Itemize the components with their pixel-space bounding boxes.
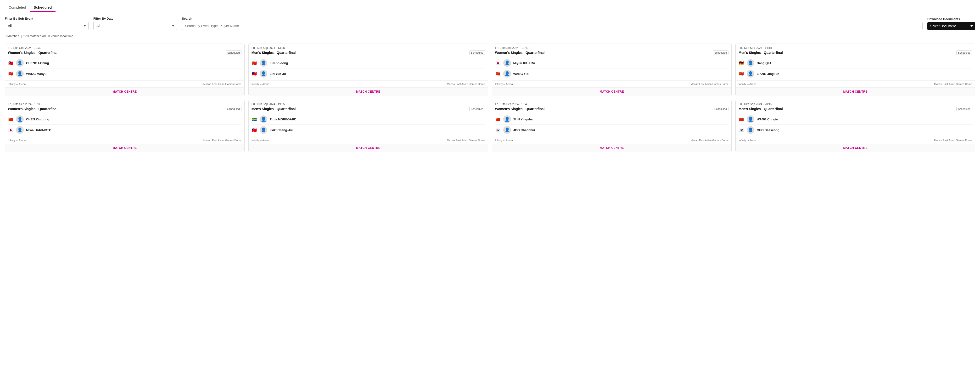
match-venue: Infinity ∞ Arena Macao East Asian Games … — [249, 137, 488, 143]
player-avatar: 👤 — [16, 115, 24, 123]
match-header: Fri, 13th Sep 2024 - 19:40 Women's Singl… — [492, 100, 732, 113]
match-footer: MATCH CENTRE — [736, 88, 975, 96]
venue-right: Macao East Asian Games Dome — [934, 83, 972, 86]
player-flag: 🇨🇳 — [495, 117, 501, 121]
match-datetime: Fri, 13th Sep 2024 - 13:05 — [251, 46, 485, 49]
player-row: 🇹🇼 👤 LIN Yun-Ju — [251, 68, 485, 79]
match-status: Scheduled — [956, 107, 972, 111]
player-row: 🇨🇳 👤 LIN Shidong — [251, 58, 485, 68]
matches-grid: Fri, 13th Sep 2024 - 12:30 Women's Singl… — [0, 40, 980, 156]
venue-note: * All matches are in venue local time — [24, 34, 73, 38]
player-flag: 🇨🇳 — [738, 117, 744, 121]
player-row: 🇩🇪 👤 Dang QIU — [738, 58, 972, 68]
venue-right: Macao East Asian Games Dome — [447, 83, 485, 86]
match-footer: MATCH CENTRE — [492, 143, 732, 152]
matches-info: 8 Matches | * All matches are in venue l… — [0, 32, 980, 40]
player-row: 🇨🇳 👤 LIANG Jingkun — [738, 68, 972, 79]
match-centre-button[interactable]: MATCH CENTRE — [113, 89, 137, 94]
match-venue: Infinity ∞ Arena Macao East Asian Games … — [736, 80, 975, 88]
match-centre-button[interactable]: MATCH CENTRE — [843, 89, 867, 94]
venue-left: Infinity ∞ Arena — [738, 83, 756, 86]
match-venue: Infinity ∞ Arena Macao East Asian Games … — [492, 80, 732, 88]
player-avatar: 👤 — [16, 59, 24, 67]
match-centre-button[interactable]: MATCH CENTRE — [356, 146, 380, 150]
venue-right: Macao East Asian Games Dome — [690, 139, 729, 142]
match-header: Fri, 13th Sep 2024 - 18:30 Women's Singl… — [5, 100, 244, 113]
match-venue: Infinity ∞ Arena Macao East Asian Games … — [5, 80, 244, 88]
player-flag: 🇹🇼 — [8, 61, 14, 65]
match-title: Women's Singles - Quarterfinal — [495, 107, 545, 111]
player-flag: 🇨🇳 — [251, 61, 257, 65]
match-centre-button[interactable]: MATCH CENTRE — [356, 89, 380, 94]
match-footer: MATCH CENTRE — [736, 143, 975, 152]
match-players: 🇯🇵 👤 Miyuu KIHARA 🇨🇳 👤 WANG Yidi — [492, 56, 732, 80]
sub-event-label: Filter By Sub Event — [5, 17, 89, 20]
player-flag: 🇯🇵 — [495, 61, 501, 65]
match-title-row: Men's Singles - Quarterfinal Scheduled — [251, 51, 485, 55]
player-row: 🇸🇪 👤 Truls MOREGARD — [251, 114, 485, 125]
venue-left: Infinity ∞ Arena — [251, 139, 269, 142]
player-flag: 🇩🇪 — [738, 61, 744, 65]
player-row: 🇨🇳 👤 SUN Yingsha — [495, 114, 729, 125]
player-name: Miwa HARIMOTO — [26, 128, 51, 132]
match-title-row: Women's Singles - Quarterfinal Scheduled — [8, 107, 242, 111]
player-avatar: 👤 — [16, 126, 24, 134]
player-row: 🇹🇼 👤 KAO Cheng-Jui — [251, 125, 485, 135]
search-label: Search — [182, 17, 923, 20]
player-name: CHO Daeseong — [757, 128, 780, 132]
sub-event-filter: Filter By Sub Event All — [5, 17, 89, 30]
match-title: Women's Singles - Quarterfinal — [8, 51, 57, 54]
player-avatar: 👤 — [747, 70, 754, 78]
match-title-row: Men's Singles - Quarterfinal Scheduled — [738, 51, 972, 55]
player-row: 🇨🇳 👤 WANG Chuqin — [738, 114, 972, 125]
player-name: WANG Manyu — [26, 72, 46, 76]
match-header: Fri, 13th Sep 2024 - 19:05 Men's Singles… — [249, 100, 488, 113]
player-avatar: 👤 — [260, 70, 267, 78]
venue-right: Macao East Asian Games Dome — [447, 139, 485, 142]
search-input[interactable] — [182, 22, 923, 30]
match-title: Women's Singles - Quarterfinal — [8, 107, 57, 111]
match-centre-button[interactable]: MATCH CENTRE — [113, 146, 137, 150]
match-players: 🇸🇪 👤 Truls MOREGARD 🇹🇼 👤 KAO Cheng-Jui — [249, 113, 488, 137]
venue-left: Infinity ∞ Arena — [495, 139, 513, 142]
player-name: CHENG I-Ching — [26, 61, 49, 65]
player-name: Truls MOREGARD — [270, 118, 296, 121]
player-flag: 🇹🇼 — [251, 72, 257, 76]
player-flag: 🇨🇳 — [495, 72, 501, 76]
match-venue: Infinity ∞ Arena Macao East Asian Games … — [492, 137, 732, 143]
match-title-row: Women's Singles - Quarterfinal Scheduled — [495, 107, 729, 111]
match-card: Fri, 13th Sep 2024 - 19:05 Men's Singles… — [248, 100, 488, 152]
match-title: Men's Singles - Quarterfinal — [251, 107, 296, 111]
match-datetime: Fri, 13th Sep 2024 - 19:05 — [251, 102, 485, 106]
player-name: LIN Yun-Ju — [270, 72, 286, 76]
match-title-row: Women's Singles - Quarterfinal Scheduled — [8, 51, 242, 55]
download-select[interactable]: Select Document — [928, 22, 975, 30]
date-select[interactable]: All — [93, 22, 177, 30]
match-card: Fri, 13th Sep 2024 - 20:15 Men's Singles… — [735, 100, 975, 152]
tab-scheduled[interactable]: Scheduled — [30, 3, 56, 12]
match-status: Scheduled — [469, 51, 485, 55]
match-centre-button[interactable]: MATCH CENTRE — [600, 146, 624, 150]
match-card: Fri, 13th Sep 2024 - 19:40 Women's Singl… — [492, 100, 732, 152]
player-flag: 🇰🇷 — [495, 128, 501, 132]
match-footer: MATCH CENTRE — [492, 88, 732, 96]
match-datetime: Fri, 13th Sep 2024 - 14:15 — [738, 46, 972, 49]
tab-completed[interactable]: Completed — [5, 3, 30, 12]
player-row: 🇯🇵 👤 Miyuu KIHARA — [495, 58, 729, 68]
match-datetime: Fri, 13th Sep 2024 - 20:15 — [738, 102, 972, 106]
player-row: 🇰🇷 👤 JOO Cheonhui — [495, 125, 729, 135]
player-avatar: 👤 — [503, 115, 511, 123]
tabs-container: Completed Scheduled — [0, 0, 980, 12]
player-avatar: 👤 — [747, 59, 754, 67]
match-centre-button[interactable]: MATCH CENTRE — [600, 89, 624, 94]
player-name: KAO Cheng-Jui — [270, 128, 293, 132]
match-venue: Infinity ∞ Arena Macao East Asian Games … — [736, 137, 975, 143]
match-players: 🇹🇼 👤 CHENG I-Ching 🇨🇳 👤 WANG Manyu — [5, 56, 244, 80]
player-row: 🇨🇳 👤 WANG Manyu — [8, 68, 242, 79]
filters-bar: Filter By Sub Event All Filter By Date A… — [0, 12, 980, 32]
venue-right: Macao East Asian Games Dome — [934, 139, 972, 142]
match-card: Fri, 13th Sep 2024 - 13:40 Women's Singl… — [492, 43, 732, 96]
sub-event-select[interactable]: All — [5, 22, 89, 30]
match-centre-button[interactable]: MATCH CENTRE — [843, 146, 867, 150]
match-header: Fri, 13th Sep 2024 - 13:40 Women's Singl… — [492, 44, 732, 56]
